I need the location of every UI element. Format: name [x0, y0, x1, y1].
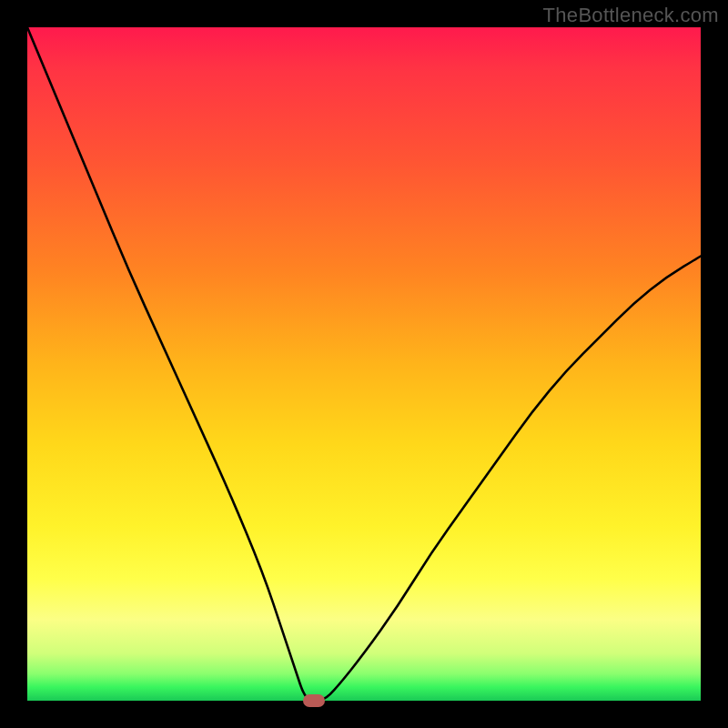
optimum-marker [303, 694, 325, 707]
bottleneck-curve-path [27, 27, 701, 701]
chart-container: TheBottleneck.com [0, 0, 728, 728]
watermark-text: TheBottleneck.com [543, 4, 719, 27]
curve-svg [27, 27, 701, 701]
plot-area [27, 27, 701, 701]
